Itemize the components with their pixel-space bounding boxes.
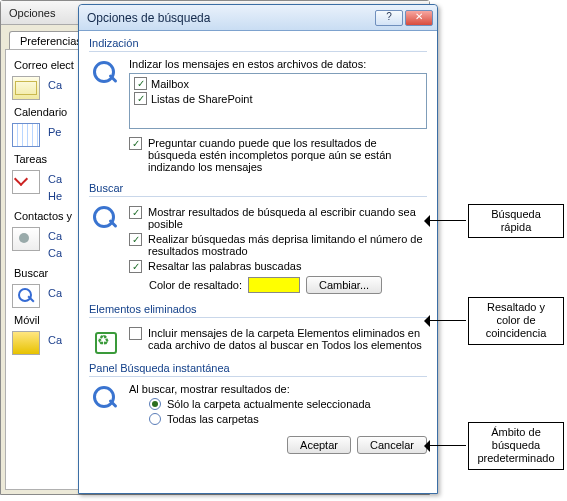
highlight-color-swatch	[248, 277, 300, 293]
sidebar-tasks-link1[interactable]: Ca	[46, 170, 62, 187]
checkbox-prompt-incomplete[interactable]	[129, 137, 142, 150]
list-item[interactable]: Listas de SharePoint	[132, 91, 424, 106]
highlight-words-label: Resaltar las palabras buscadas	[148, 260, 427, 272]
deleted-title: Elementos eliminados	[89, 303, 427, 318]
instant-panel-title: Panel Búsqueda instantánea	[89, 362, 427, 377]
fast-search-label: Realizar búsquedas más deprisa limitando…	[148, 233, 427, 257]
dialog-body: Indización Indizar los mensajes en estos…	[79, 31, 437, 462]
list-item-label: Mailbox	[151, 78, 189, 90]
search-title: Buscar	[89, 182, 427, 197]
indexing-label: Indizar los mensajes en estos archivos d…	[129, 58, 427, 70]
sidebar-search-link[interactable]: Ca	[46, 284, 62, 301]
calendar-icon	[12, 123, 40, 147]
options-title: Opciones	[9, 7, 55, 19]
sidebar-contacts-link1[interactable]: Ca	[46, 227, 62, 244]
checkbox-icon[interactable]	[134, 77, 147, 90]
sidebar-contacts-link2[interactable]: Ca	[46, 244, 62, 261]
checkbox-include-deleted[interactable]	[129, 327, 142, 340]
panel-label: Al buscar, mostrar resultados de:	[129, 383, 427, 395]
change-color-button[interactable]: Cambiar...	[306, 276, 382, 294]
show-results-typing-label: Mostrar resultados de búsqueda al escrib…	[148, 206, 427, 230]
indexing-title: Indización	[89, 37, 427, 52]
help-button[interactable]: ?	[375, 10, 403, 26]
dialog-buttons: Aceptar Cancelar	[89, 436, 427, 454]
deleted-group: Elementos eliminados Incluir mensajes de…	[89, 303, 427, 356]
instant-panel-group: Panel Búsqueda instantánea Al buscar, mo…	[89, 362, 427, 428]
close-button[interactable]: ✕	[405, 10, 433, 26]
checkbox-icon[interactable]	[134, 92, 147, 105]
ok-button[interactable]: Aceptar	[287, 436, 351, 454]
callout-label: Búsqueda rápida	[468, 204, 564, 238]
callout-highlight-color: Resaltado y color de coincidencia	[418, 297, 564, 345]
callout-quick-search: Búsqueda rápida	[418, 204, 564, 238]
arrow-left-icon	[418, 314, 466, 328]
checkbox-show-results-typing[interactable]	[129, 206, 142, 219]
cancel-button[interactable]: Cancelar	[357, 436, 427, 454]
prompt-incomplete-label: Preguntar cuando puede que los resultado…	[148, 137, 427, 173]
callout-default-scope: Ámbito de búsqueda predeterminado	[418, 422, 564, 470]
phone-icon	[12, 331, 40, 355]
dialog-title: Opciones de búsqueda	[87, 11, 373, 25]
radio-all-folders-label: Todas las carpetas	[167, 413, 259, 425]
radio-current-folder-label: Sólo la carpeta actualmente seleccionada	[167, 398, 371, 410]
magnifier-icon	[89, 203, 121, 235]
radio-all-folders[interactable]	[149, 413, 161, 425]
highlight-color-label: Color de resaltado:	[149, 279, 242, 291]
callout-label: Ámbito de búsqueda predeterminado	[468, 422, 564, 470]
arrow-left-icon	[418, 214, 466, 228]
recycle-icon	[89, 324, 121, 356]
tasks-icon	[12, 170, 40, 194]
magnifier-icon	[89, 383, 121, 415]
sidebar-mail-link[interactable]: Ca	[46, 76, 62, 93]
checkbox-fast-search[interactable]	[129, 233, 142, 246]
list-item-label: Listas de SharePoint	[151, 93, 253, 105]
search-group: Buscar Mostrar resultados de búsqueda al…	[89, 182, 427, 297]
contacts-icon	[12, 227, 40, 251]
sidebar-cal-link[interactable]: Pe	[46, 123, 61, 140]
checkbox-highlight-words[interactable]	[129, 260, 142, 273]
search-options-dialog: Opciones de búsqueda ? ✕ Indización Indi…	[78, 4, 438, 494]
arrow-left-icon	[418, 439, 466, 453]
sidebar-tasks-link2[interactable]: He	[46, 187, 62, 204]
mail-icon	[12, 76, 40, 100]
dialog-titlebar[interactable]: Opciones de búsqueda ? ✕	[79, 5, 437, 31]
indexing-group: Indización Indizar los mensajes en estos…	[89, 37, 427, 176]
datafiles-listbox[interactable]: Mailbox Listas de SharePoint	[129, 73, 427, 129]
magnifier-icon	[89, 58, 121, 90]
search-icon	[12, 284, 40, 308]
radio-current-folder[interactable]	[149, 398, 161, 410]
callout-label: Resaltado y color de coincidencia	[468, 297, 564, 345]
list-item[interactable]: Mailbox	[132, 76, 424, 91]
sidebar-mobile-link[interactable]: Ca	[46, 331, 62, 348]
include-deleted-label: Incluir mensajes de la carpeta Elementos…	[148, 327, 427, 351]
